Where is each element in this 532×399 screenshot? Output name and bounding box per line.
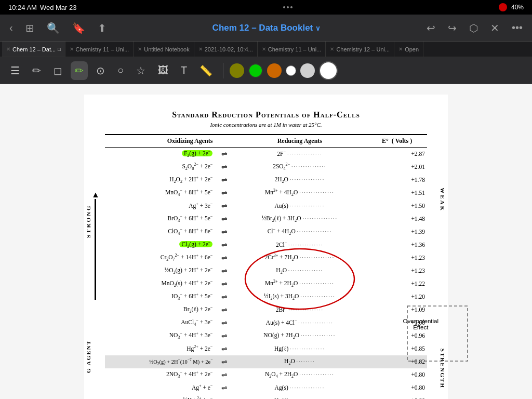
cell-volts: +0.82 [367, 355, 427, 368]
document-page: ▲ STRONG WEAK G AGENT STRENGTH Overpoten… [84, 95, 448, 399]
tabs-bar: ✕ Chem 12 – Dat... □ ✕ Chemistry 11 – Un… [0, 42, 532, 57]
color-brown[interactable] [267, 63, 282, 78]
color-olive[interactable] [230, 63, 244, 78]
grid-button[interactable]: ⊞ [22, 20, 37, 36]
cell-volts: +1.36 [367, 238, 427, 251]
tab-open[interactable]: ✕ Open [394, 42, 423, 57]
color-white-small[interactable] [286, 65, 296, 76]
cell-oxidizing: ½O2(g) + 2H+(10−7 M) + 2e− [105, 355, 217, 368]
cell-reducing: Ag(s) ··············· [232, 381, 367, 394]
table-row: Hg2+ + 2e− ⇌ Hg(ℓ) ··············· +0.85 [105, 342, 427, 355]
pencil-tool-button[interactable]: ✏ [28, 61, 45, 80]
table-row: F2(g) + 2e− ⇌ 2F− ··············· +2.87 [105, 148, 427, 161]
cell-arrow: ⇌ [217, 225, 232, 238]
cell-oxidizing: Ag+ + e− [105, 381, 217, 394]
cell-oxidizing: Ag+ + 3e− [105, 200, 217, 212]
tab-label: Chemistry 11 – Uni... [76, 46, 129, 52]
dropdown-chevron[interactable]: ∨ [315, 24, 321, 32]
tab-label: Chemistry 12 – Uni... [336, 46, 390, 52]
tab-chemistry11-uni[interactable]: ✕ Chemistry 11 – Uni... [65, 42, 134, 57]
reduction-potentials-table: Oxidizing Agents Reducing Agents E° ( Vo… [105, 134, 427, 399]
col-arrow [217, 135, 232, 148]
tab-close-icon[interactable]: ✕ [262, 46, 266, 52]
cell-volts: +1.23 [367, 251, 427, 264]
cell-oxidizing: MnO4− + 8H+ + 5e− [105, 187, 217, 200]
ruler-tool-button[interactable]: 📏 [195, 61, 217, 80]
cell-reducing: Au(s) ··············· [232, 200, 367, 212]
tab-label: 2021-10-02, 10:4... [205, 46, 253, 52]
tab-chemistry11-uni2[interactable]: ✕ Chemistry 11 – Uni... [258, 42, 326, 57]
cell-oxidizing: AuCl4− + 3e− [105, 316, 217, 329]
table-row: Br2(ℓ) + 2e− ⇌ 2Br− ··············· +1.0… [105, 303, 427, 316]
table-row-highlighted: ½O2(g) + 2H+(10−7 M) + 2e− ⇌ H2O ·······… [105, 355, 427, 368]
eraser-tool-button[interactable]: ◻ [49, 61, 66, 80]
more-button[interactable]: ••• [509, 20, 526, 36]
lasso-tool-button[interactable]: ⊙ [92, 61, 109, 80]
table-row: AuCl4− + 3e− ⇌ Au(s) + 4Cl− ············… [105, 316, 427, 329]
table-row: IO3− + 6H+ + 5e− ⇌ ½I2(s) + 3H2O ·······… [105, 290, 427, 303]
color-light-gray[interactable] [300, 63, 315, 78]
table-row: ½O2(g) + 2H+ + 2e− ⇌ H2O ···············… [105, 264, 427, 277]
tab-chem12-data[interactable]: ✕ Chem 12 – Dat... □ [2, 42, 65, 57]
cell-reducing: 2SO42− ··············· [232, 161, 367, 174]
shapes-tool-button[interactable]: ○ [113, 61, 128, 79]
tab-chemistry12-uni[interactable]: ✕ Chemistry 12 – Uni... [326, 42, 394, 57]
cell-arrow: ⇌ [217, 342, 232, 355]
tab-untitled-notebook[interactable]: ✕ Untitled Notebook [134, 42, 194, 57]
cell-oxidizing: H2O2 + 2H+ + 2e− [105, 174, 217, 187]
undo-button[interactable]: ↩ [423, 20, 438, 36]
table-row: 2NO3− + 4H+ + 2e− ⇌ N2O4 + 2H2O ········… [105, 368, 427, 381]
redo-button[interactable]: ↪ [445, 20, 460, 36]
cell-oxidizing: Hg2+ + 2e− [105, 342, 217, 355]
cell-arrow: ⇌ [217, 368, 232, 381]
status-bar: 10:24 AM Wed Mar 23 40% [0, 0, 532, 15]
cell-arrow: ⇌ [217, 355, 232, 368]
cell-arrow: ⇌ [217, 329, 232, 342]
cell-reducing: Cl− + 4H2O ··············· [232, 225, 367, 238]
tab-label: Chem 12 – Dat... [12, 46, 56, 52]
color-white-large[interactable] [319, 61, 338, 80]
cell-arrow: ⇌ [217, 200, 232, 212]
export-button[interactable]: ⬡ [466, 20, 481, 36]
tab-close-icon[interactable]: ✕ [330, 46, 334, 52]
share-button[interactable]: ⬆ [95, 20, 110, 36]
cell-oxidizing: Br2(ℓ) + 2e− [105, 303, 217, 316]
cell-volts: +0.80 [367, 381, 427, 394]
cell-reducing: H2O ··············· [232, 264, 367, 277]
cell-volts: +2.87 [367, 148, 427, 161]
close-button[interactable]: ✕ [487, 20, 502, 36]
right-strength-label: STRENGTH [440, 349, 446, 389]
main-content: ▲ STRONG WEAK G AGENT STRENGTH Overpoten… [0, 84, 532, 399]
search-button[interactable]: 🔍 [44, 20, 63, 36]
battery-level: 40% [511, 4, 524, 11]
sidebar-tool-button[interactable]: ☰ [6, 61, 24, 80]
text-tool-button[interactable]: T [177, 61, 191, 79]
tab-close-icon[interactable]: ✕ [6, 46, 10, 52]
col-oxidizing: Oxidizing Agents [105, 135, 217, 148]
col-reducing: Reducing Agents [232, 135, 367, 148]
tab-close-icon[interactable]: ✕ [198, 46, 203, 52]
cell-volts: +1.48 [367, 212, 427, 225]
cell-volts: +1.20 [367, 290, 427, 303]
cell-volts: +1.22 [367, 277, 427, 290]
tab-close-icon[interactable]: ✕ [70, 46, 74, 52]
highlighter-tool-button[interactable]: ✏ [71, 61, 88, 80]
cell-arrow: ⇌ [217, 187, 232, 200]
back-button[interactable]: ‹ [6, 20, 16, 36]
image-tool-button[interactable]: 🖼 [154, 61, 172, 79]
right-weak-label: WEAK [440, 188, 446, 212]
cell-reducing: Hg(ℓ) ··············· [232, 394, 367, 399]
nav-bar: ‹ ⊞ 🔍 🔖 ⬆ Chem 12 – Data Booklet ∨ ↩ ↪ ⬡… [0, 15, 532, 42]
cell-arrow: ⇌ [217, 381, 232, 394]
star-tool-button[interactable]: ☆ [132, 61, 150, 80]
cell-arrow: ⇌ [217, 174, 232, 187]
tab-close-icon[interactable]: ✕ [138, 46, 142, 52]
tab-close-icon[interactable]: ✕ [398, 46, 403, 52]
cell-volts: +1.50 [367, 200, 427, 212]
tab-2021-10-02[interactable]: ✕ 2021-10-02, 10:4... [194, 42, 258, 57]
bookmark-button[interactable]: 🔖 [69, 20, 88, 36]
dot-menu [283, 6, 292, 8]
cell-volts: +1.23 [367, 264, 427, 277]
cell-reducing: 2Br− ··············· [232, 303, 367, 316]
color-green[interactable] [248, 63, 263, 78]
